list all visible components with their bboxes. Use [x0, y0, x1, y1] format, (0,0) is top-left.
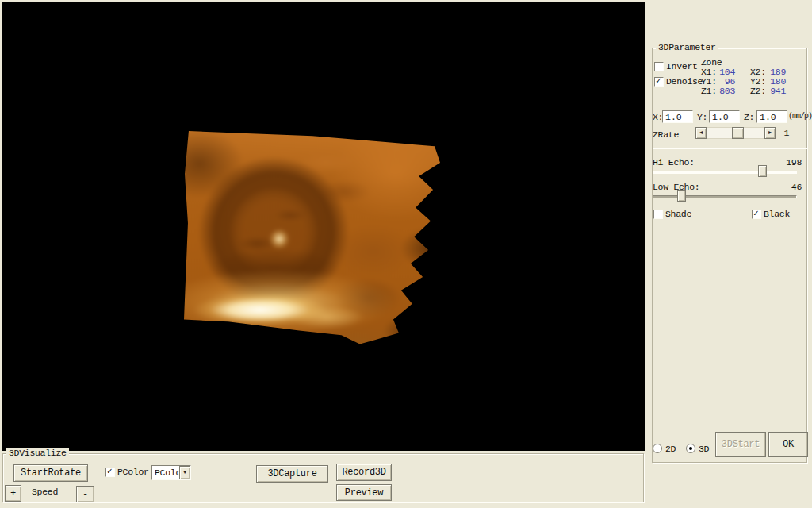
low-echo-slider-thumb[interactable]	[677, 190, 686, 202]
low-echo-slider[interactable]	[653, 189, 797, 203]
preview-button[interactable]: Preview	[336, 484, 392, 501]
speed-plus-button[interactable]: +	[5, 485, 21, 502]
black-checkbox-label: Black	[764, 210, 790, 219]
scale-x-input[interactable]	[662, 110, 693, 123]
render-viewport[interactable]	[2, 2, 645, 451]
shade-checkbox[interactable]	[653, 210, 663, 219]
black-checkbox[interactable]	[752, 210, 761, 219]
scale-z-input[interactable]	[756, 110, 787, 123]
scale-y-input[interactable]	[709, 110, 740, 123]
mode-3d-radio-label: 3D	[699, 444, 709, 454]
visualize-groupbox: 3DVisualize StartRotate PColor PColor + …	[2, 453, 644, 502]
hi-echo-slider[interactable]	[653, 164, 797, 179]
denoise-checkbox-label: Denoise	[666, 77, 703, 87]
pcolor-dropdown[interactable]: PColor	[151, 465, 191, 480]
parameter-group-title: 3DParameter	[656, 42, 718, 53]
scale-z-label: Z:	[744, 113, 754, 122]
denoise-checkbox[interactable]	[654, 77, 664, 87]
hi-echo-slider-thumb[interactable]	[758, 165, 767, 177]
left-arrow-icon	[696, 128, 706, 138]
pcolor-checkbox-label: PColor	[117, 468, 149, 477]
ultrasound-3d-render-art	[174, 121, 450, 357]
record-3d-button[interactable]: Record3D	[336, 464, 392, 481]
parameter-groupbox: 3DParameter Invert Denoise Zone X1: 104 …	[652, 48, 807, 463]
speed-minus-button[interactable]: -	[76, 486, 94, 502]
scale-y-label: Y:	[697, 113, 707, 122]
start-rotate-button[interactable]: StartRotate	[13, 464, 88, 482]
right-arrow-icon	[765, 128, 775, 138]
mode-2d-radio[interactable]	[653, 444, 662, 453]
mode-3d-radio[interactable]	[686, 444, 695, 453]
pcolor-checkbox[interactable]	[105, 468, 115, 477]
zrate-scroll-right-button[interactable]	[764, 127, 776, 139]
separator	[653, 148, 808, 149]
zone-z1-value: 803	[713, 87, 735, 96]
zrate-scroll-left-button[interactable]	[695, 127, 707, 139]
zrate-value: 1	[779, 129, 789, 138]
zrate-label: ZRate	[653, 130, 679, 140]
hi-echo-slider-track[interactable]	[653, 171, 797, 174]
mode-2d-radio-label: 2D	[665, 444, 676, 454]
visualize-panel: 3DVisualize StartRotate PColor PColor + …	[0, 451, 646, 508]
start-3d-button[interactable]: 3DStart	[715, 432, 766, 457]
chevron-down-icon	[180, 467, 190, 479]
shade-checkbox-label: Shade	[665, 210, 691, 219]
speed-label: Speed	[32, 487, 58, 497]
zone-z2-value: 941	[764, 87, 786, 96]
invert-checkbox[interactable]	[654, 62, 664, 71]
invert-checkbox-label: Invert	[666, 62, 698, 71]
capture-3d-button[interactable]: 3DCapture	[256, 465, 328, 483]
zrate-scrollbar-thumb[interactable]	[732, 127, 744, 139]
visualize-group-title: 3DVisualize	[6, 448, 69, 459]
zrate-scrollbar[interactable]	[695, 127, 776, 139]
scale-unit-label: (mm/p)	[788, 112, 812, 121]
parameter-panel: 3DParameter Invert Denoise Zone X1: 104 …	[646, 0, 812, 508]
app-window: 3DParameter Invert Denoise Zone X1: 104 …	[0, 0, 812, 508]
ultrasound-3d-render	[181, 127, 444, 351]
low-echo-slider-track[interactable]	[653, 195, 797, 198]
ok-button[interactable]: OK	[768, 432, 808, 457]
pcolor-dropdown-button[interactable]	[179, 466, 190, 479]
